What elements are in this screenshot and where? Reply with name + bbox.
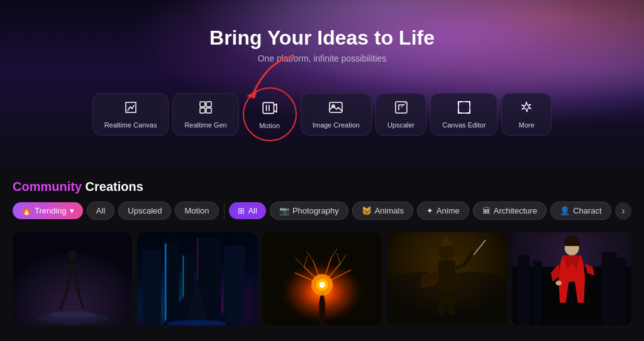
nav-realtime-canvas[interactable]: Realtime Canvas bbox=[92, 93, 169, 136]
image-creation-icon bbox=[328, 100, 343, 117]
hero-section: Bring Your Ideas to Life One platform, i… bbox=[0, 0, 644, 170]
filter-divider bbox=[224, 203, 225, 219]
trending-icon: 🔥 bbox=[21, 206, 31, 215]
image-item-1[interactable] bbox=[13, 232, 132, 325]
architecture-icon: 🏛 bbox=[482, 206, 491, 215]
svg-rect-1 bbox=[200, 102, 205, 107]
svg-rect-11 bbox=[458, 102, 470, 113]
characters-icon: 👤 bbox=[560, 206, 570, 215]
svg-rect-5 bbox=[263, 102, 274, 113]
filter-anime[interactable]: ✦ Anime bbox=[417, 202, 469, 220]
image-item-4[interactable] bbox=[387, 232, 506, 325]
filter-animals-label: Animals bbox=[375, 206, 404, 215]
anime-icon: ✦ bbox=[426, 206, 433, 215]
hero-title: Bring Your Ideas to Life bbox=[0, 26, 644, 50]
filter-characters[interactable]: 👤 Charact bbox=[550, 202, 611, 220]
svg-rect-2 bbox=[206, 102, 211, 107]
nav-canvas-editor[interactable]: Canvas Editor bbox=[430, 93, 497, 136]
filter-architecture[interactable]: 🏛 Architecture bbox=[473, 202, 547, 220]
filter-all2[interactable]: ⊞ All bbox=[229, 202, 265, 219]
filter-motion-label: Motion bbox=[184, 206, 209, 215]
image-item-5[interactable] bbox=[512, 232, 631, 325]
community-section: Community Creations 🔥 Trending ▾ All Ups… bbox=[0, 170, 644, 225]
filter-all2-label: All bbox=[248, 206, 257, 215]
realtime-gen-label: Realtime Gen bbox=[184, 121, 226, 129]
filter-trending[interactable]: 🔥 Trending ▾ bbox=[13, 202, 83, 219]
community-title: Community Creations bbox=[13, 180, 631, 194]
hero-text-block: Bring Your Ideas to Life One platform, i… bbox=[0, 0, 644, 63]
all2-icon: ⊞ bbox=[238, 206, 245, 215]
animals-icon: 🐱 bbox=[362, 206, 372, 215]
image-grid bbox=[0, 225, 644, 325]
community-title-rest: Creations bbox=[82, 180, 143, 193]
more-label: More bbox=[519, 121, 535, 129]
filter-row: 🔥 Trending ▾ All Upscaled Motion ⊞ All 📷… bbox=[13, 202, 631, 220]
filter-trending-label: Trending bbox=[35, 206, 67, 215]
realtime-canvas-label: Realtime Canvas bbox=[104, 121, 157, 129]
photography-icon: 📷 bbox=[279, 206, 289, 215]
filter-all[interactable]: All bbox=[87, 202, 114, 220]
image-item-3[interactable] bbox=[262, 232, 382, 325]
svg-rect-43 bbox=[518, 255, 530, 325]
nav-more[interactable]: More bbox=[501, 93, 552, 136]
motion-label: Motion bbox=[259, 122, 280, 129]
svg-point-48 bbox=[555, 281, 562, 286]
nav-buttons-row: Realtime Canvas Realtime Gen bbox=[0, 81, 644, 148]
motion-icon bbox=[262, 100, 278, 118]
nav-image-creation[interactable]: Image Creation bbox=[301, 93, 372, 136]
filter-anime-label: Anime bbox=[436, 206, 460, 215]
filter-animals[interactable]: 🐱 Animals bbox=[352, 202, 413, 220]
filter-photography[interactable]: 📷 Photography bbox=[270, 202, 348, 220]
svg-rect-44 bbox=[533, 261, 541, 325]
filter-upscaled[interactable]: Upscaled bbox=[118, 202, 171, 220]
trending-chevron: ▾ bbox=[70, 206, 74, 215]
filter-motion[interactable]: Motion bbox=[175, 202, 218, 220]
svg-rect-27 bbox=[224, 246, 245, 325]
nav-upscaler[interactable]: Upscaler bbox=[375, 93, 426, 136]
canvas-editor-label: Canvas Editor bbox=[442, 121, 486, 129]
upscaler-icon bbox=[394, 100, 409, 117]
image-creation-label: Image Creation bbox=[313, 121, 360, 129]
hero-subtitle: One platform, infinite possibilities bbox=[0, 53, 644, 63]
realtime-canvas-icon bbox=[123, 100, 138, 117]
filter-all-label: All bbox=[96, 206, 105, 215]
filter-architecture-label: Architecture bbox=[494, 206, 537, 215]
filter-characters-label: Charact bbox=[573, 206, 602, 215]
community-title-highlight: Community bbox=[13, 180, 82, 193]
svg-rect-3 bbox=[200, 108, 205, 113]
svg-rect-29 bbox=[165, 244, 167, 325]
filter-upscaled-label: Upscaled bbox=[128, 206, 162, 215]
image-item-2[interactable] bbox=[137, 232, 257, 325]
svg-rect-24 bbox=[143, 249, 162, 325]
nav-realtime-gen[interactable]: Realtime Gen bbox=[172, 93, 238, 136]
svg-rect-46 bbox=[613, 258, 625, 325]
svg-point-22 bbox=[68, 250, 77, 259]
canvas-editor-icon bbox=[457, 100, 472, 117]
svg-point-23 bbox=[48, 311, 96, 318]
svg-point-37 bbox=[319, 282, 325, 288]
nav-motion[interactable]: Motion bbox=[243, 87, 297, 141]
upscaler-label: Upscaler bbox=[387, 121, 414, 129]
svg-point-39 bbox=[438, 244, 455, 261]
filter-photography-label: Photography bbox=[292, 206, 339, 215]
more-icon bbox=[519, 100, 534, 117]
filter-more-button[interactable]: › bbox=[615, 202, 631, 220]
realtime-gen-icon bbox=[198, 100, 213, 117]
svg-rect-4 bbox=[206, 108, 211, 113]
